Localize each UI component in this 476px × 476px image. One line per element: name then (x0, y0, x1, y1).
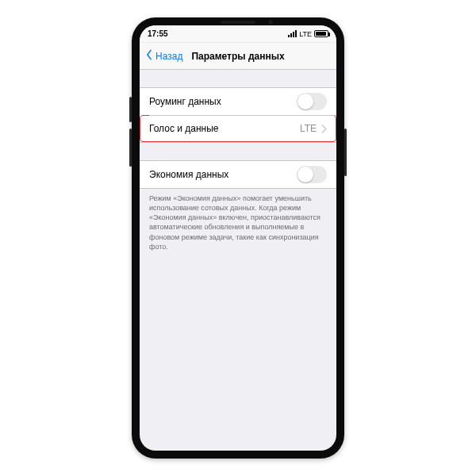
phone-frame: 17:55 LTE Назад Параметры данных (132, 17, 344, 459)
row-data-roaming: Роуминг данных (140, 88, 336, 115)
row-value: LTE (300, 123, 317, 134)
chevron-right-icon (321, 125, 327, 133)
status-right: LTE (288, 30, 328, 38)
settings-group-1: Роуминг данных Голос и данные LTE (140, 87, 336, 143)
battery-icon (314, 30, 328, 37)
phone-sensor (268, 20, 273, 25)
settings-group-2: Экономия данных (140, 160, 336, 189)
screen: 17:55 LTE Назад Параметры данных (140, 25, 336, 451)
status-time: 17:55 (148, 29, 168, 38)
chevron-left-icon (144, 49, 154, 63)
status-bar: 17:55 LTE (140, 25, 336, 43)
signal-icon (288, 30, 297, 37)
power-button (344, 129, 347, 176)
volume-up-button (129, 97, 132, 122)
row-label: Роуминг данных (149, 96, 221, 107)
carrier-label: LTE (299, 30, 312, 38)
row-label: Экономия данных (149, 169, 228, 180)
back-label: Назад (155, 51, 182, 62)
back-button[interactable]: Назад (140, 49, 182, 63)
row-voice-data[interactable]: Голос и данные LTE (140, 115, 336, 142)
low-data-switch[interactable] (297, 166, 327, 183)
footer-text: Режим «Экономия данных» помогает уменьши… (140, 189, 336, 251)
row-low-data: Экономия данных (140, 161, 336, 188)
volume-down-button (129, 129, 132, 167)
nav-bar: Назад Параметры данных (140, 43, 336, 70)
phone-speaker (221, 21, 255, 24)
content[interactable]: Роуминг данных Голос и данные LTE Э (140, 70, 336, 451)
data-roaming-switch[interactable] (297, 93, 327, 110)
row-label: Голос и данные (149, 123, 219, 134)
